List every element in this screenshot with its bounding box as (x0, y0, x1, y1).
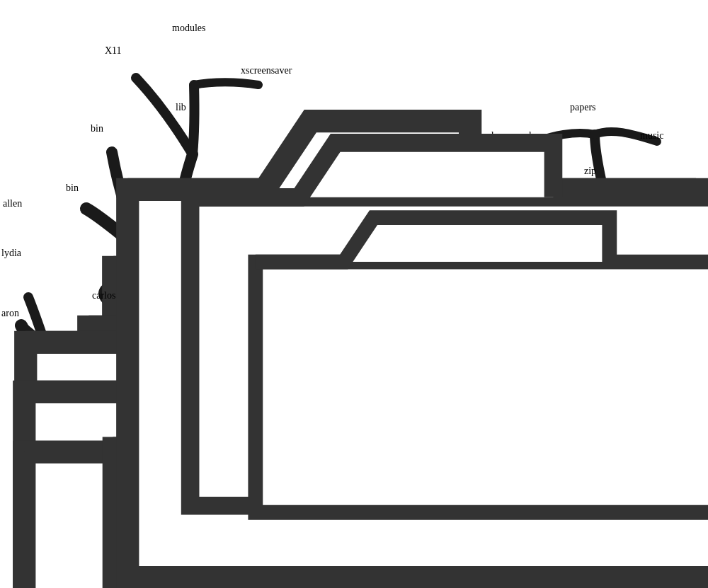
xscreensaver-node: xscreensaver (241, 64, 292, 76)
modules-node: modules (172, 21, 205, 34)
lydia-node: lydia (1, 246, 21, 259)
aron-node: aron (1, 306, 19, 319)
x11-node: X11 (105, 44, 122, 57)
xscreensaver-folder-icon (241, 64, 708, 588)
bin-top-node: bin (66, 181, 79, 194)
allen-node: allen (3, 197, 22, 209)
bin-usr-node: bin (91, 122, 103, 134)
